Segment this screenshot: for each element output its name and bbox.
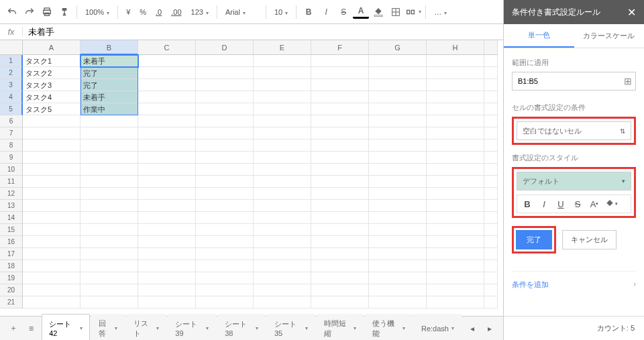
cell[interactable]	[138, 284, 196, 296]
row-header[interactable]: 9	[0, 152, 23, 164]
cell[interactable]	[427, 212, 484, 224]
cell[interactable]: タスク4	[23, 91, 80, 103]
cell[interactable]	[138, 139, 196, 152]
cell[interactable]	[138, 272, 196, 284]
cell[interactable]	[369, 284, 427, 296]
cell[interactable]	[80, 236, 138, 248]
cell[interactable]: 完了	[80, 67, 138, 79]
tabs-prev-button[interactable]: ◂	[464, 321, 480, 337]
cell[interactable]	[80, 127, 138, 139]
add-sheet-button[interactable]: ＋	[5, 321, 21, 337]
cell[interactable]	[254, 103, 311, 115]
cell[interactable]	[427, 200, 484, 212]
cell[interactable]	[311, 212, 369, 224]
style-strike-button[interactable]: S	[570, 197, 585, 211]
cell[interactable]	[196, 296, 254, 308]
cell[interactable]	[311, 139, 369, 152]
cell[interactable]	[254, 248, 311, 260]
cell[interactable]	[427, 79, 484, 91]
row-header[interactable]: 21	[0, 296, 23, 308]
cell[interactable]	[311, 188, 369, 200]
tab-single-color[interactable]: 単一色	[504, 24, 574, 48]
tab-color-scale[interactable]: カラースケール	[574, 24, 645, 48]
cell[interactable]	[427, 224, 484, 236]
cell[interactable]	[196, 164, 254, 176]
cell[interactable]	[196, 79, 254, 91]
cell[interactable]	[23, 236, 80, 248]
row-header[interactable]: 13	[0, 200, 23, 212]
redo-icon[interactable]	[21, 4, 38, 20]
cell[interactable]	[196, 103, 254, 115]
cell[interactable]	[138, 152, 196, 164]
cell[interactable]	[254, 224, 311, 236]
cell[interactable]	[427, 284, 484, 296]
cell[interactable]	[369, 67, 427, 79]
cell[interactable]	[254, 164, 311, 176]
cell[interactable]	[23, 139, 80, 152]
cell[interactable]	[138, 176, 196, 188]
cell[interactable]	[369, 296, 427, 308]
cell[interactable]	[23, 200, 80, 212]
cell[interactable]	[427, 260, 484, 272]
cell[interactable]	[369, 176, 427, 188]
cell[interactable]	[80, 260, 138, 272]
cell[interactable]: 未着手	[80, 55, 138, 67]
cell[interactable]	[427, 139, 484, 152]
cell[interactable]	[23, 224, 80, 236]
row-header[interactable]: 20	[0, 284, 23, 296]
cell[interactable]	[196, 224, 254, 236]
sheet-tab[interactable]: Re:dash▾	[414, 314, 462, 341]
cell[interactable]	[196, 139, 254, 152]
cell[interactable]	[196, 127, 254, 139]
row-header[interactable]: 8	[0, 139, 23, 152]
cell[interactable]	[311, 55, 369, 67]
close-icon[interactable]: ✕	[627, 6, 636, 19]
column-header[interactable]: G	[369, 40, 427, 55]
text-color-button[interactable]: A	[353, 5, 369, 19]
row-header[interactable]: 14	[0, 212, 23, 224]
sheet-tab[interactable]: シート35▾	[267, 314, 315, 341]
done-button[interactable]: 完了	[516, 230, 552, 249]
cell[interactable]	[311, 176, 369, 188]
cell[interactable]	[80, 248, 138, 260]
cell[interactable]	[80, 284, 138, 296]
cell[interactable]	[369, 200, 427, 212]
cell[interactable]	[254, 260, 311, 272]
row-header[interactable]: 2	[0, 67, 23, 79]
range-input[interactable]	[512, 72, 636, 91]
cell[interactable]	[254, 139, 311, 152]
column-header[interactable]: H	[427, 40, 484, 55]
cell[interactable]	[196, 176, 254, 188]
cell[interactable]	[23, 260, 80, 272]
row-header[interactable]: 3	[0, 79, 23, 91]
cell[interactable]	[254, 91, 311, 103]
style-bold-button[interactable]: B	[520, 197, 535, 211]
cell[interactable]	[311, 200, 369, 212]
increase-decimals-button[interactable]: .00	[167, 8, 185, 16]
merge-button[interactable]	[405, 4, 421, 20]
cell[interactable]	[311, 224, 369, 236]
cell[interactable]	[427, 55, 484, 67]
cell[interactable]	[369, 236, 427, 248]
cell[interactable]	[23, 115, 80, 127]
row-header[interactable]: 6	[0, 115, 23, 127]
print-icon[interactable]	[39, 4, 55, 20]
cell[interactable]	[23, 152, 80, 164]
cell[interactable]	[427, 236, 484, 248]
cell[interactable]: タスク3	[23, 79, 80, 91]
column-header[interactable]: B	[80, 40, 138, 55]
cell[interactable]	[369, 212, 427, 224]
cell[interactable]	[427, 67, 484, 79]
cell[interactable]	[369, 152, 427, 164]
cell[interactable]	[80, 176, 138, 188]
decrease-decimals-button[interactable]: .0	[152, 8, 166, 16]
cell[interactable]	[427, 248, 484, 260]
cell[interactable]	[311, 103, 369, 115]
cell[interactable]	[196, 67, 254, 79]
cell[interactable]: 作業中	[80, 103, 138, 115]
zoom-select[interactable]: 100%	[81, 8, 113, 16]
row-header[interactable]: 4	[0, 91, 23, 103]
row-header[interactable]: 15	[0, 224, 23, 236]
cell[interactable]	[196, 55, 254, 67]
cell[interactable]	[254, 296, 311, 308]
